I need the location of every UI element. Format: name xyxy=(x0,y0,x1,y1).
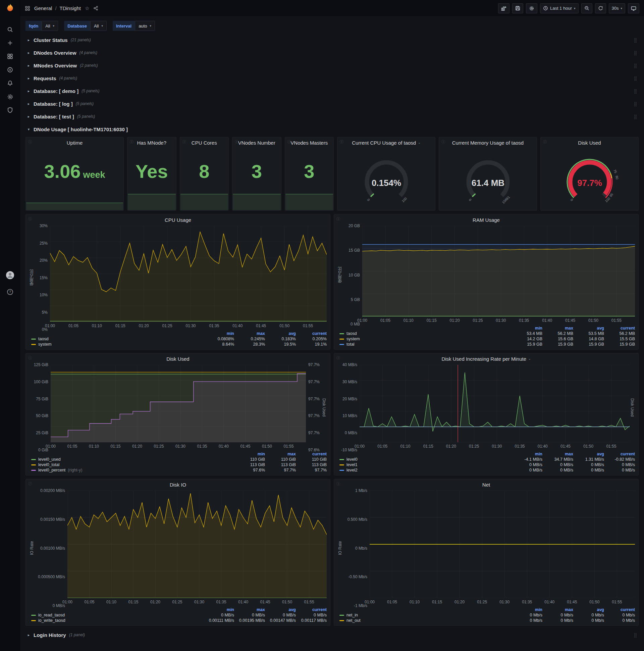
legend-series-net-out[interactable]: net_out xyxy=(340,618,512,623)
chart-plot[interactable] xyxy=(362,226,635,316)
panel-title[interactable]: Disk Used xyxy=(541,137,638,148)
variable-interval[interactable]: Intervalauto▾ xyxy=(113,21,155,31)
zoom-out-button[interactable] xyxy=(581,3,592,13)
panel-title[interactable]: Current Memory Usage of taosd xyxy=(439,137,537,148)
row-drag-handle[interactable]: ⣿ xyxy=(634,101,637,106)
time-range-picker[interactable]: Last 1 hour ▾ xyxy=(540,3,579,13)
variable-fqdn[interactable]: fqdnAll▾ xyxy=(26,21,58,31)
row-drag-handle[interactable]: ⣿ xyxy=(634,50,637,55)
panel-title[interactable]: Disk IO xyxy=(26,479,330,490)
legend-series-name: system xyxy=(347,337,360,341)
row-drag-handle[interactable]: ⣿ xyxy=(634,89,637,94)
x-tick-label: 01:55 xyxy=(283,444,293,448)
plot-row: 使用占比30%25%20%15%10%5%0%01:0001:0501:1001… xyxy=(29,226,327,330)
x-tick-label: 01:55 xyxy=(611,318,621,323)
gauge: 075809510097.7% xyxy=(541,148,638,210)
legend-series-total[interactable]: total xyxy=(340,342,512,347)
dashboard-row-requests[interactable]: ▸Requests(4 panels)⣿ xyxy=(26,73,639,83)
row-drag-handle[interactable]: ⣿ xyxy=(634,38,637,42)
legend-column-header: max xyxy=(542,452,573,456)
legend-series-level0[interactable]: level0 xyxy=(340,457,512,462)
row-drag-handle[interactable]: ⣿ xyxy=(634,76,637,81)
x-tick-label: 01:25 xyxy=(469,444,479,448)
dashboard-row-cluster-status[interactable]: ▸Cluster Status(21 panels)⣿ xyxy=(26,35,639,45)
variable-value-dropdown[interactable]: All▾ xyxy=(41,21,58,31)
x-tick-label: 01:30 xyxy=(194,600,204,604)
alerting-bell-icon[interactable] xyxy=(3,76,17,90)
legend-series-taosd[interactable]: taosd xyxy=(340,331,512,336)
panel-title[interactable]: VNodes Number xyxy=(232,137,281,148)
legend-column-header: avg xyxy=(265,608,296,612)
dashboard-row-database-test[interactable]: ▸Database: [ test ](5 panels)⣿ xyxy=(26,112,639,122)
dashboards-icon[interactable] xyxy=(3,50,17,63)
y-tick-label: 10 GB xyxy=(349,273,360,278)
chevron-down-icon: ▾ xyxy=(620,7,622,10)
server-admin-shield-icon[interactable] xyxy=(3,103,17,117)
variable-database[interactable]: DatabaseAll▾ xyxy=(64,21,107,31)
chart-plot[interactable] xyxy=(67,491,327,598)
chart-plot[interactable] xyxy=(50,226,327,322)
breadcrumb-folder[interactable]: General xyxy=(34,5,52,11)
legend-value: 0 Mb/s xyxy=(573,618,604,623)
share-icon[interactable] xyxy=(93,6,98,11)
panel-title[interactable]: CPU Cores xyxy=(180,137,229,148)
dashboard-row-database-demo[interactable]: ▸Database: [ demo ](5 panels)⣿ xyxy=(26,86,639,96)
refresh-interval-picker[interactable]: 30s ▾ xyxy=(609,3,625,13)
legend-series-level2[interactable]: level2 xyxy=(340,468,512,472)
apps-grid-icon[interactable] xyxy=(25,6,30,11)
dashboard-row-dnode-usage[interactable]: ▾ DNode Usage [ huolinhe-TM1701:6030 ] xyxy=(26,124,639,134)
search-icon[interactable] xyxy=(3,23,17,36)
chart-plot[interactable] xyxy=(51,365,306,442)
legend-series-system[interactable]: system xyxy=(31,342,203,347)
star-icon[interactable]: ☆ xyxy=(85,5,89,11)
breadcrumb-separator: / xyxy=(55,5,56,11)
variable-label: fqdn xyxy=(26,21,41,31)
chart-plot[interactable] xyxy=(369,491,635,598)
legend-series-io-read-taosd[interactable]: io_read_taosd xyxy=(31,613,203,617)
row-drag-handle[interactable]: ⣿ xyxy=(634,114,637,119)
save-dashboard-button[interactable] xyxy=(512,3,523,13)
explore-compass-icon[interactable] xyxy=(3,63,17,76)
cycle-view-mode-button[interactable] xyxy=(628,3,639,13)
dashboard-row-mnodes-overview[interactable]: ▸MNodes Overview(2 panels)⣿ xyxy=(26,60,639,70)
create-plus-icon[interactable] xyxy=(3,36,17,50)
legend-series-level0-total[interactable]: level0_total xyxy=(31,462,234,467)
legend-series-level0-used[interactable]: level0_used xyxy=(31,457,234,462)
help-icon[interactable]: ? xyxy=(3,285,17,299)
dashboard-row-database-log[interactable]: ▸Database: [ log ](5 panels)⣿ xyxy=(26,99,639,109)
panel-title[interactable]: Net xyxy=(334,479,638,490)
dashboard-title[interactable]: TDinsight xyxy=(60,5,81,11)
user-avatar[interactable] xyxy=(3,269,17,282)
variable-value-dropdown[interactable]: auto▾ xyxy=(135,21,155,31)
dashboard-row-dnodes-overview[interactable]: ▸DNodes Overview(4 panels)⣿ xyxy=(26,48,639,58)
refresh-button[interactable] xyxy=(595,3,606,13)
legend-series-level0-percent[interactable]: level0_percent(right-y) xyxy=(31,468,234,472)
legend-series-io-write-taosd[interactable]: io_write_taosd xyxy=(31,618,203,623)
panel-title[interactable]: Disk Used xyxy=(26,353,330,364)
grafana-logo[interactable] xyxy=(4,3,16,14)
row-drag-handle[interactable]: ⣿ xyxy=(634,63,637,68)
row-drag-handle[interactable]: ⣿ xyxy=(634,632,637,638)
panel-title[interactable]: Disk Used Increasing Rate per Minute⌄ xyxy=(334,353,638,364)
legend-series-net-in[interactable]: net_in xyxy=(340,613,512,617)
dashboard-row-login-history[interactable]: ▸ Login History (1 panel) ⣿ xyxy=(26,630,639,640)
x-tick-label: 01:15 xyxy=(110,444,121,448)
panel-title[interactable]: RAM Usage xyxy=(334,214,638,225)
configuration-gear-icon[interactable] xyxy=(3,90,17,103)
legend-series-level1[interactable]: level1 xyxy=(340,462,512,467)
legend-series-taosd[interactable]: taosd xyxy=(31,337,203,341)
legend-column-header: current xyxy=(604,326,635,331)
legend-series-system[interactable]: system xyxy=(340,337,512,341)
chart-plot[interactable] xyxy=(360,365,630,442)
panel-title[interactable]: VNodes Masters xyxy=(285,137,334,148)
add-panel-button[interactable] xyxy=(498,3,510,13)
legend-value: 0.205% xyxy=(296,337,327,341)
panel-title[interactable]: CPU Usage xyxy=(26,214,330,225)
panel-title[interactable]: Has MNode? xyxy=(127,137,176,148)
dashboard-settings-button[interactable] xyxy=(526,3,537,13)
variable-value-dropdown[interactable]: All▾ xyxy=(90,21,107,31)
panel-title[interactable]: Uptime xyxy=(26,137,123,148)
panel-title[interactable]: Current CPU Usage of taosd⌄ xyxy=(337,137,435,148)
panel-disk_used: ⓘDisk Used125 GiB100 GiB75 GiB50 GiB25 G… xyxy=(26,353,330,475)
chevron-right-icon: ▸ xyxy=(27,63,31,68)
